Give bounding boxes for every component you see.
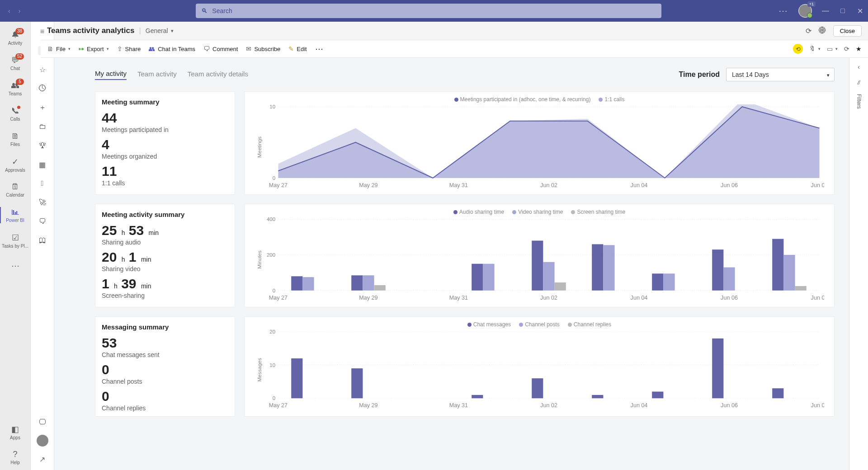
book-icon[interactable]: 🕮 xyxy=(38,236,47,245)
view-menu[interactable]: ▭▾ xyxy=(827,45,838,52)
metric-value: 0 xyxy=(102,389,228,404)
display-icon[interactable]: 🖵 xyxy=(38,418,47,427)
report-canvas: My activity Team activity Team activity … xyxy=(54,58,849,470)
user-avatar[interactable]: +1 xyxy=(798,4,812,18)
rail-teams[interactable]: 👥︎5Teams xyxy=(0,76,30,101)
history-icon[interactable]: 🕓︎ xyxy=(38,84,47,93)
rail-activity[interactable]: 🔔︎38Activity xyxy=(0,25,30,51)
svg-rect-32 xyxy=(663,273,675,290)
rail-files[interactable]: 🗎Files xyxy=(0,127,30,152)
card-title: Messaging summary xyxy=(102,323,228,331)
chat-in-teams-button[interactable]: 👥︎Chat in Teams xyxy=(149,45,195,52)
person-share-icon[interactable]: 𖠋 xyxy=(38,179,47,188)
metric-label: Screen-sharing xyxy=(102,292,228,299)
expand-icon[interactable]: ↗ xyxy=(38,455,47,464)
svg-rect-52 xyxy=(291,358,302,398)
tab-team-details[interactable]: Team activity details xyxy=(188,70,248,80)
minimize-icon[interactable]: — xyxy=(822,7,829,14)
maximize-icon[interactable]: □ xyxy=(839,7,846,14)
chevron-down-icon: ▾ xyxy=(827,72,830,78)
svg-text:May 29: May 29 xyxy=(359,182,377,188)
rail-help[interactable]: ?Help xyxy=(0,445,30,470)
subscribe-button[interactable]: ✉︎Subscribe xyxy=(246,45,280,52)
svg-text:Jun 08: Jun 08 xyxy=(811,182,824,188)
svg-text:Jun 06: Jun 06 xyxy=(721,295,738,301)
chart-legend: Chat messages Channel posts Channel repl… xyxy=(255,321,824,328)
search-input[interactable] xyxy=(196,4,661,18)
filters-rail: ‹ ⫽ Filters xyxy=(849,58,868,470)
rail-approvals[interactable]: ✓Approvals xyxy=(0,152,30,177)
workspace-avatar[interactable] xyxy=(37,435,48,446)
tab-team-activity[interactable]: Team activity xyxy=(137,70,177,80)
svg-rect-36 xyxy=(555,282,566,291)
svg-text:May 27: May 27 xyxy=(269,295,288,301)
rail-more[interactable]: ⋯ xyxy=(0,253,30,278)
edit-button[interactable]: ✎Edit xyxy=(288,45,307,52)
svg-rect-25 xyxy=(712,249,723,291)
svg-rect-31 xyxy=(603,245,614,290)
favorite-icon[interactable]: ★ xyxy=(856,45,862,52)
messages-bar-chart[interactable]: Chat messages Channel posts Channel repl… xyxy=(244,316,835,417)
minutes-bar-chart[interactable]: Audio sharing time Video sharing time Sc… xyxy=(244,204,835,307)
comment-button[interactable]: 🗨︎Comment xyxy=(203,45,238,52)
svg-text:May 31: May 31 xyxy=(449,295,468,301)
export-icon: ↦ xyxy=(79,45,84,52)
toolbar-more-icon[interactable]: ⋯ xyxy=(315,44,324,54)
svg-rect-56 xyxy=(592,395,603,398)
report-tabs: My activity Team activity Team activity … xyxy=(95,68,835,81)
refresh-report-icon[interactable]: ⟳ xyxy=(844,45,849,52)
star-icon[interactable]: ☆ xyxy=(38,65,47,74)
svg-text:400: 400 xyxy=(267,217,275,222)
time-period-select[interactable]: Last 14 Days▾ xyxy=(726,68,835,81)
tab-my-activity[interactable]: My activity xyxy=(95,70,127,80)
metric-value: 25 h 53 min xyxy=(102,223,228,238)
collapse-icon[interactable]: ‹ xyxy=(858,63,860,70)
meetings-area-chart[interactable]: Meetings participated in (adhoc, one tim… xyxy=(244,91,835,195)
share-icon: ⇪ xyxy=(117,45,123,52)
rail-chat[interactable]: 💬︎52Chat xyxy=(0,51,30,76)
trophy-icon[interactable]: 🏆︎ xyxy=(38,141,47,150)
svg-text:Jun 04: Jun 04 xyxy=(631,182,648,188)
svg-text:May 29: May 29 xyxy=(359,295,377,301)
share-button[interactable]: ⇪Share xyxy=(117,45,141,52)
avatar-badge: +1 xyxy=(807,1,816,7)
filters-label[interactable]: Filters xyxy=(856,94,862,109)
comment-icon: 🗨︎ xyxy=(203,45,210,52)
layout-icon[interactable]: ▦ xyxy=(38,160,47,169)
pencil-icon: ✎ xyxy=(288,45,294,52)
chat-icon[interactable]: 🗨︎ xyxy=(38,217,47,226)
metric-label: Chat messages sent xyxy=(102,351,228,358)
archive-icon[interactable]: 🗀 xyxy=(38,122,47,131)
search-icon: 🔍︎ xyxy=(201,7,208,14)
reset-icon[interactable]: ⟲ xyxy=(793,44,803,54)
metric-value: 4 xyxy=(102,137,228,152)
rail-calendar[interactable]: 🗓︎Calendar xyxy=(0,177,30,202)
rocket-icon[interactable]: 🚀︎ xyxy=(38,198,47,207)
nav-back-icon[interactable]: ‹ xyxy=(8,7,10,14)
globe-icon[interactable]: 🌐︎ xyxy=(819,27,826,35)
refresh-icon[interactable]: ⟳ xyxy=(806,27,811,35)
rail-calls[interactable]: 📞︎Calls xyxy=(0,101,30,127)
bookmark-menu[interactable]: 🔖︎▾ xyxy=(809,45,821,52)
close-window-icon[interactable]: ✕ xyxy=(856,7,863,14)
svg-text:Meetings: Meetings xyxy=(257,136,262,158)
rectangle-icon: ▭ xyxy=(827,45,833,52)
scope-dropdown[interactable]: General▾ xyxy=(146,27,174,34)
file-menu[interactable]: 🗎File▾ xyxy=(47,45,71,52)
svg-text:Jun 04: Jun 04 xyxy=(631,402,648,409)
rail-apps[interactable]: ◧Apps xyxy=(0,419,30,445)
filter-icon[interactable]: ⫽ xyxy=(856,79,862,86)
svg-text:Jun 08: Jun 08 xyxy=(811,295,824,301)
rail-power-bi[interactable]: 📊︎Power BI xyxy=(0,202,30,228)
more-icon[interactable]: ⋯ xyxy=(778,5,788,16)
svg-text:Messages: Messages xyxy=(257,358,262,382)
nav-forward-icon[interactable]: › xyxy=(19,7,21,14)
export-menu[interactable]: ↦Export▾ xyxy=(79,45,109,52)
svg-text:10: 10 xyxy=(269,104,275,109)
svg-rect-27 xyxy=(302,277,314,291)
svg-rect-24 xyxy=(652,273,663,290)
plus-icon[interactable]: ＋ xyxy=(38,103,47,112)
metric-value: 44 xyxy=(102,110,228,125)
rail-tasks[interactable]: ☑︎Tasks by Pl... xyxy=(0,228,30,253)
close-button[interactable]: Close xyxy=(833,25,862,37)
